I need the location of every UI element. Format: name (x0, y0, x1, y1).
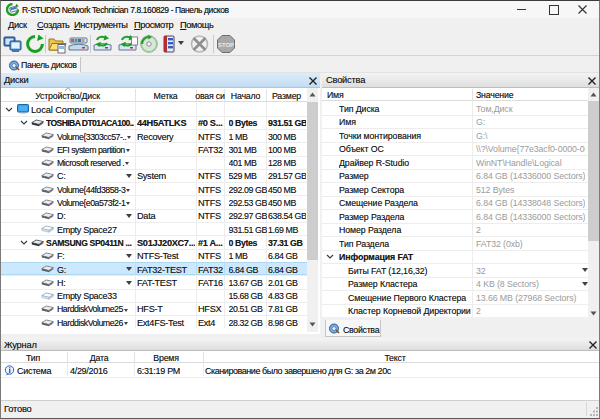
svg-text:STOP: STOP (218, 42, 234, 48)
